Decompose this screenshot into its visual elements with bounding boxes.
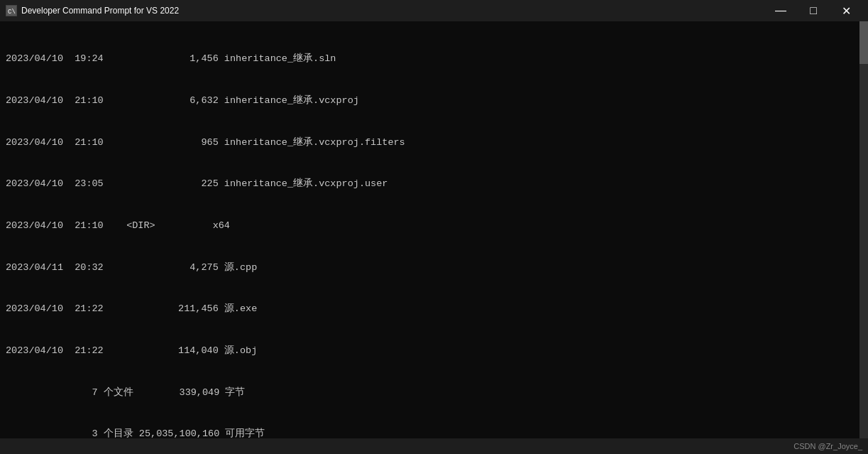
line-7: 2023/04/10 21:22 211,456 源.exe <box>6 302 854 316</box>
line-9: 7 个文件 339,049 字节 <box>6 386 854 400</box>
terminal-content[interactable]: 2023/04/10 19:24 1,456 inheritance_继承.sl… <box>0 21 859 438</box>
terminal-body: 2023/04/10 19:24 1,456 inheritance_继承.sl… <box>0 21 868 438</box>
line-3: 2023/04/10 21:10 965 inheritance_继承.vcxp… <box>6 136 854 150</box>
line-5: 2023/04/10 21:10 <DIR> x64 <box>6 219 854 233</box>
line-10: 3 个目录 25,035,100,160 可用字节 <box>6 427 854 438</box>
line-1: 2023/04/10 19:24 1,456 inheritance_继承.sl… <box>6 52 854 66</box>
title-bar-left: C\ Developer Command Prompt for VS 2022 <box>6 5 179 16</box>
title-bar: C\ Developer Command Prompt for VS 2022 … <box>0 0 868 21</box>
maximize-button[interactable]: □ <box>797 0 830 21</box>
bottom-bar: CSDN @Zr_Joyce_ <box>0 438 868 454</box>
app-icon: C\ <box>6 5 17 16</box>
minimize-button[interactable]: — <box>764 0 797 21</box>
window-title: Developer Command Prompt for VS 2022 <box>21 6 179 16</box>
window: C\ Developer Command Prompt for VS 2022 … <box>0 0 868 454</box>
line-6: 2023/04/11 20:32 4,275 源.cpp <box>6 261 854 275</box>
close-button[interactable]: ✕ <box>830 0 862 21</box>
line-2: 2023/04/10 21:10 6,632 inheritance_继承.vc… <box>6 94 854 108</box>
svg-text:C\: C\ <box>8 9 16 16</box>
line-4: 2023/04/10 23:05 225 inheritance_继承.vcxp… <box>6 177 854 191</box>
scrollbar[interactable] <box>859 21 868 438</box>
line-8: 2023/04/10 21:22 114,040 源.obj <box>6 344 854 358</box>
title-bar-controls: — □ ✕ <box>764 0 862 21</box>
scrollbar-thumb[interactable] <box>859 21 868 64</box>
footer-text: CSDN @Zr_Joyce_ <box>793 442 862 450</box>
